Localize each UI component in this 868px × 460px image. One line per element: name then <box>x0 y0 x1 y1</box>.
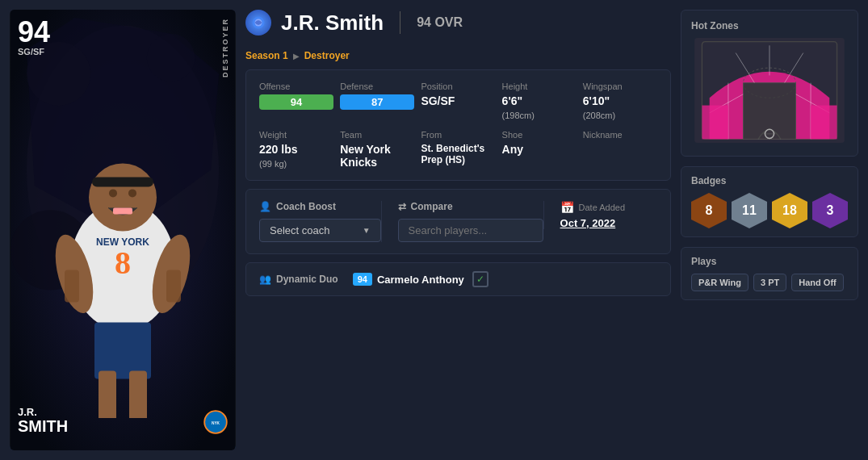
stats-grid: Offense 94 Defense 87 Position SG/SF Hei… <box>245 69 671 181</box>
badge-bronze-count: 8 <box>706 203 713 218</box>
breadcrumb-current[interactable]: Destroyer <box>304 50 350 61</box>
stat-team: Team New York Knicks <box>340 130 414 169</box>
coach-boost-icon: 👤 <box>259 201 271 212</box>
height-value: 6'6" <box>502 94 577 107</box>
right-panel: Hot Zones <box>681 10 858 450</box>
stat-shoe: Shoe Any <box>502 130 577 169</box>
stat-offense: Offense 94 <box>259 82 333 120</box>
player-header: J.R. Smith 94 OVR <box>245 10 671 39</box>
height-metric: (198cm) <box>502 111 577 120</box>
from-value: St. Benedict's Prep (HS) <box>421 143 495 165</box>
svg-rect-14 <box>113 208 132 215</box>
actions-row: 👤 Coach Boost Select coach ▼ ⇄ Compare 📅 <box>245 189 671 254</box>
duo-icon: 👥 <box>259 274 271 285</box>
stat-weight: Weight 220 lbs (99 kg) <box>259 130 333 169</box>
player-ovr: 94 OVR <box>417 15 463 30</box>
badge-purple-shape: 3 <box>812 193 848 228</box>
breadcrumb-season[interactable]: Season 1 <box>245 50 288 61</box>
card-series-label: DESTROYER <box>221 18 229 77</box>
search-players-input[interactable] <box>398 219 543 242</box>
weight-metric: (99 kg) <box>259 159 333 169</box>
svg-rect-21 <box>65 270 79 303</box>
compare-icon: ⇄ <box>398 201 406 212</box>
defense-value: 87 <box>340 94 414 110</box>
height-label: Height <box>502 82 577 91</box>
badge-gold-count: 18 <box>782 203 797 218</box>
badge-bronze: 8 <box>691 193 727 228</box>
svg-text:NYK: NYK <box>212 421 220 425</box>
wingspan-metric: (208cm) <box>583 111 657 120</box>
offense-label: Offense <box>259 82 333 91</box>
badges-section: Badges 8 11 18 <box>681 166 858 237</box>
dynamic-duo-label: 👥 Dynamic Duo <box>259 274 338 285</box>
hot-zones-court <box>691 38 848 143</box>
player-figure: 8 NEW YORK <box>10 65 236 418</box>
stat-wingspan: Wingspan 6'10" (208cm) <box>583 82 657 120</box>
player-name: J.R. Smith <box>281 10 384 36</box>
badge-silver: 11 <box>732 193 767 228</box>
team-label: Team <box>340 130 414 140</box>
from-label: From <box>421 130 495 140</box>
card-rating: 94 SG/SF <box>18 18 50 56</box>
plays-title: Plays <box>691 256 848 267</box>
position-label: Position <box>421 82 495 91</box>
badge-silver-shape: 11 <box>732 193 767 228</box>
wingspan-value: 6'10" <box>583 94 657 107</box>
coach-boost-section: 👤 Coach Boost Select coach ▼ <box>259 201 381 242</box>
duo-player-name: Carmelo Anthony <box>377 274 464 286</box>
stat-height: Height 6'6" (198cm) <box>502 82 577 120</box>
select-coach-button[interactable]: Select coach ▼ <box>259 219 381 242</box>
duo-player-rating: 94 <box>353 273 372 286</box>
badges-title: Badges <box>691 175 848 186</box>
plays-grid: P&R Wing 3 PT Hand Off <box>691 274 848 291</box>
badge-silver-count: 11 <box>742 203 757 218</box>
breadcrumb-arrow: ▶ <box>293 52 300 61</box>
svg-point-13 <box>128 190 136 198</box>
select-coach-chevron: ▼ <box>363 226 371 235</box>
shoe-label: Shoe <box>502 130 577 140</box>
badge-bronze-shape: 8 <box>691 193 727 228</box>
offense-value: 94 <box>259 94 333 110</box>
stat-from: From St. Benedict's Prep (HS) <box>421 130 495 169</box>
player-header-icon <box>245 10 271 36</box>
svg-text:8: 8 <box>115 245 131 282</box>
content-area: J.R. Smith 94 OVR Season 1 ▶ Destroyer O… <box>245 10 671 450</box>
dynamic-duo-section: 👥 Dynamic Duo 94 Carmelo Anthony ✓ <box>245 262 671 296</box>
svg-text:NEW YORK: NEW YORK <box>96 237 149 249</box>
select-coach-text: Select coach <box>270 224 329 236</box>
weight-value: 220 lbs <box>259 143 333 156</box>
calendar-icon: 📅 <box>560 201 574 214</box>
badge-purple: 3 <box>812 193 848 228</box>
stat-nickname: Nickname <box>583 130 657 169</box>
duo-player-badge: 94 Carmelo Anthony <box>353 273 464 286</box>
badge-gold-shape: 18 <box>772 193 807 228</box>
main-container: 8 NEW YORK <box>0 0 868 460</box>
svg-rect-41 <box>744 83 796 140</box>
team-value: New York Knicks <box>340 143 414 169</box>
duo-check-box[interactable]: ✓ <box>472 271 489 287</box>
date-added-label: Date Added <box>579 203 626 212</box>
hot-zones-section: Hot Zones <box>681 10 858 157</box>
player-card: 8 NEW YORK <box>10 10 236 450</box>
date-added-value[interactable]: Oct 7, 2022 <box>560 217 657 229</box>
ovr-divider <box>400 11 400 34</box>
card-name-area: J.R. SMITH <box>18 406 228 434</box>
compare-section: ⇄ Compare <box>381 201 543 242</box>
shoe-value: Any <box>502 143 577 156</box>
badge-purple-count: 3 <box>827 203 834 218</box>
stat-defense: Defense 87 <box>340 82 414 120</box>
position-value: SG/SF <box>421 94 495 107</box>
defense-label: Defense <box>340 82 414 91</box>
svg-point-11 <box>89 164 157 232</box>
knicks-logo: NYK <box>203 410 228 434</box>
badges-grid: 8 11 18 3 <box>691 193 848 228</box>
card-first-name: J.R. <box>18 406 228 418</box>
stat-position: Position SG/SF <box>421 82 495 120</box>
duo-check-mark: ✓ <box>476 274 484 285</box>
play-tag-1: 3 PT <box>753 274 786 291</box>
date-added-section: 📅 Date Added Oct 7, 2022 <box>543 201 657 229</box>
svg-rect-43 <box>811 106 837 140</box>
badge-gold: 18 <box>772 193 807 228</box>
compare-label: ⇄ Compare <box>398 201 543 212</box>
svg-point-12 <box>109 190 117 198</box>
